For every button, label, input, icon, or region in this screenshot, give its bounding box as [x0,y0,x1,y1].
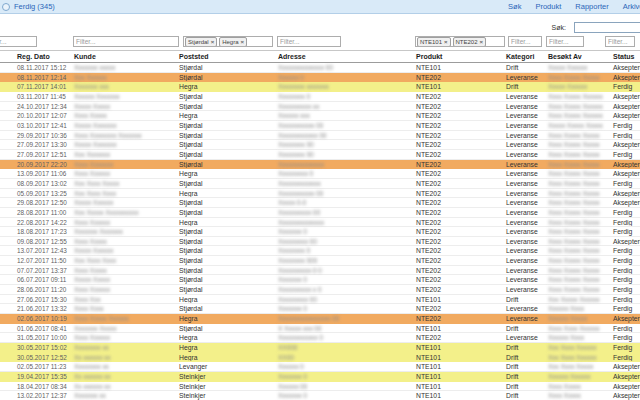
search-input[interactable] [574,22,640,33]
column-header[interactable]: Status [612,51,640,62]
cell-reg-dato: 13.07.2017 12:43 [16,246,73,255]
table-row[interactable]: 02.06.2017 10:19 Xxxx Xxxxx Xxxxxx Hegra… [0,314,640,324]
table-row[interactable]: 28.08.2017 11:00 Xxx Xxxxx Xxxxxxxxxx St… [0,208,640,218]
table-row[interactable]: 06.07.2017 09:11 Xxxxx Xxxxx Stjørdal Xx… [0,275,640,285]
table-row[interactable]: 07.07.2017 13:37 Xxxx Xxxxx Stjørdal Xxx… [0,266,640,276]
table-row[interactable]: 13.02.2017 12:37 Xxxxxxx xx Steinkjer Xx… [0,391,640,400]
table-row[interactable]: 02.05.2017 11:23 Xxxxxxxx xx Levanger Xx… [0,362,640,372]
column-header[interactable]: Kunde [73,51,178,62]
column-header[interactable]: Besøkt Av [547,51,612,62]
table-row[interactable]: 12.07.2017 11:50 Xxx Xxxx Xxxx Stjørdal … [0,256,640,266]
filter-kunde[interactable] [73,36,179,47]
cell-kunde-redacted: Xxxx Xxx [73,295,178,304]
table-row[interactable]: 30.05.2017 12:52 Xx xxxxxx xx Hegra XX00… [0,353,640,363]
table-row[interactable]: 20.10.2017 12:07 Xxxx Xxxxx Hegra Xxxxxx… [0,111,640,121]
filter-poststed[interactable]: Stjørdal×Hegra× [183,36,273,47]
cell-kategori: Drift [505,295,547,304]
cell-kunde-redacted: Xxxx Xxxxxx [73,218,178,227]
filter-tag[interactable]: Hegra× [219,37,247,47]
row-gutter [0,343,16,352]
table-row[interactable]: 30.05.2017 15:02 Xxxxxxxx xx Hegra XX000… [0,343,640,353]
table-row[interactable]: 03.10.2017 12:41 Xxxxx Xxxxxxx Stjørdal … [0,121,640,131]
cell-kategori: Leveranse [505,179,547,188]
table-row[interactable]: 21.06.2017 13:32 Xxxx Xxxx Stjørdal Xxxx… [0,304,640,314]
remove-tag-icon[interactable]: × [480,38,484,46]
filter-tag[interactable]: Stjørdal× [185,37,217,47]
row-gutter [0,285,16,294]
filter-kategori[interactable] [508,36,542,47]
table-row[interactable]: 20.09.2017 22:20 Xxxx Xxxxxxx Stjørdal X… [0,160,640,170]
filter-tag[interactable]: NTE202× [453,37,487,47]
filter-produkt[interactable]: NTE101×NTE202× [415,36,505,47]
column-header[interactable]: Poststed [178,51,277,62]
menu-item-rapporter[interactable]: Rapporter [575,2,608,11]
row-gutter [0,362,16,371]
table-row[interactable]: 22.08.2017 14:22 Xxxx Xxxxxx Hegra Xxxxx… [0,218,640,228]
table-row[interactable]: 07.11.2017 14:01 Xxxxxxx xxx Hegra Xxxxx… [0,82,640,92]
table-row[interactable]: 09.08.2017 12:55 Xxxx Xxxxx Stjørdal Xxx… [0,237,640,247]
cell-kategori: Leveranse [505,275,547,284]
row-gutter [0,92,16,101]
table-row[interactable]: 05.09.2017 13:25 Xxx Xxxx Xxxx Hegra Xxx… [0,189,640,199]
cell-besokt-av-redacted: Xxx Xxxxx Xxxxxx [547,295,612,304]
cell-adresse-redacted: Xxxxxxxxxx 0 0 [277,266,415,275]
filter-row: Stjørdal×Hegra× NTE101×NTE202× [0,36,640,50]
table-row[interactable]: 01.06.2017 08:41 Xxxxxxx Xxxxx Stjørdal … [0,324,640,334]
cell-status: Ferdig [612,295,640,304]
table-row[interactable]: 08.11.2017 15:12 Xxxxxxx xxxxx Stjørdal … [0,63,640,73]
cell-kunde-redacted: Xxxxx Xxxxx [73,102,178,111]
cell-produkt: NTE101 [415,353,505,362]
cell-poststed: Stjørdal [178,198,277,207]
column-header[interactable]: Kategori [505,51,547,62]
table-row[interactable]: 08.09.2017 13:02 Xxx Xxxx Xxxxx Stjørdal… [0,179,640,189]
filter-status[interactable] [605,36,635,47]
table-row[interactable]: 29.08.2017 12:50 Xxxxx Xxxxxx Stjørdal X… [0,198,640,208]
table-row[interactable]: 18.04.2017 08:34 Xx xxxxxx xx Steinkjer … [0,382,640,392]
cell-kategori: Leveranse [505,246,547,255]
cell-kategori: Leveranse [505,111,547,120]
table-row[interactable]: 28.06.2017 11:20 Xxxx Xxxxxx Stjørdal Xx… [0,285,640,295]
table-row[interactable]: 03.11.2017 11:45 Xxxxxx Xxxxxxx Stjørdal… [0,92,640,102]
cell-reg-dato: 05.09.2017 13:25 [16,189,73,198]
cell-produkt: NTE101 [415,295,505,304]
cell-besokt-av-redacted: Xxxxxx Xxxx [547,304,612,313]
cell-status: Akseptert [612,237,640,246]
cell-adresse-redacted: Xxxxxxxxx 0 [277,169,415,178]
table-row[interactable]: 27.06.2017 15:30 Xxxx Xxx Hegra Xxxxxxxx… [0,295,640,305]
table-row[interactable]: 13.07.2017 12:43 Xxxxx Xxxxxx Stjørdal X… [0,246,640,256]
menu-item-ferdig[interactable]: Ferdig (345) [14,0,55,13]
column-header[interactable]: Produkt [415,51,505,62]
table-row[interactable]: 29.09.2017 10:36 Xxxx Xxxxxxxx Xxxxxxx S… [0,131,640,141]
cell-kunde-redacted: Xxxxxxx xxx [73,82,178,91]
table-row[interactable]: 08.11.2017 12:14 Xxx Xxxxxx Stjørdal Xxx… [0,73,640,83]
cell-status: Ferdig [612,227,640,236]
remove-tag-icon[interactable]: × [211,38,215,46]
cell-kunde-redacted: Xxxxxxx Xxxxxxx [73,227,178,236]
row-gutter [0,189,16,198]
cell-besokt-av-redacted: Xxxx Xxxxx Xxxxx [547,131,612,140]
row-gutter [0,314,16,323]
table-row[interactable]: 18.08.2017 17:23 Xxxxxxx Xxxxxxx Stjørda… [0,227,640,237]
table-row[interactable]: 19.04.2017 15:35 Xx xxxxxx xx Steinkjer … [0,372,640,382]
table-row[interactable]: 24.10.2017 12:34 Xxxxx Xxxxx Stjørdal Xx… [0,102,640,112]
cell-kunde-redacted: Xxxxx Xxxxxxx [73,140,178,149]
search-label: Søk: [552,24,566,31]
table-row[interactable]: 31.05.2017 10:00 Xxxx Xxxxxx Hegra Xxxxx… [0,333,640,343]
column-header[interactable]: Adresse [277,51,415,62]
filter-tag[interactable]: NTE101× [417,37,451,47]
remove-tag-icon[interactable]: × [241,38,245,46]
filter-adresse[interactable] [277,36,341,47]
filter-besokt-av[interactable] [546,36,584,47]
table-row[interactable]: 13.09.2017 11:06 Xxxx Xxxxxx Hegra Xxxxx… [0,169,640,179]
menu-item-sok[interactable]: Søk [508,2,521,11]
table-row[interactable]: 27.09.2017 12:51 Xxx Xxxxxxx Stjørdal Xx… [0,150,640,160]
column-header[interactable]: Reg. Dato [16,51,73,62]
menu-item-produkt[interactable]: Produkt [535,2,561,11]
cell-status: Ferdig [612,266,640,275]
table-row[interactable]: 27.09.2017 13:30 Xxxxx Xxxxxxx Stjørdal … [0,140,640,150]
cell-besokt-av-redacted: Xxxx Xxxxx Xxxxx [547,189,612,198]
remove-tag-icon[interactable]: × [444,38,448,46]
menu-item-arkiver[interactable]: Arkiver [623,2,640,11]
filter-regdato[interactable] [0,36,37,47]
row-gutter [0,333,16,342]
